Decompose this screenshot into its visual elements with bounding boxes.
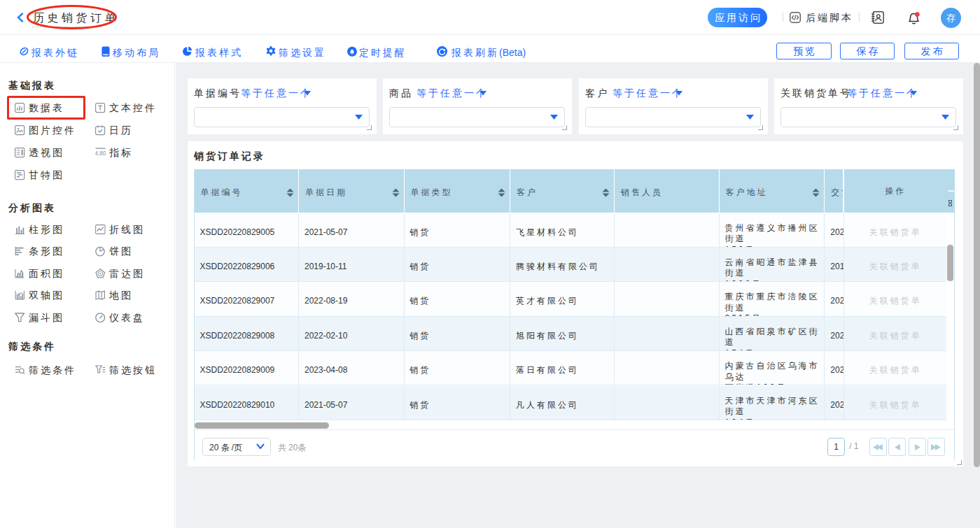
svg-text:4,80: 4,80 xyxy=(95,150,106,157)
